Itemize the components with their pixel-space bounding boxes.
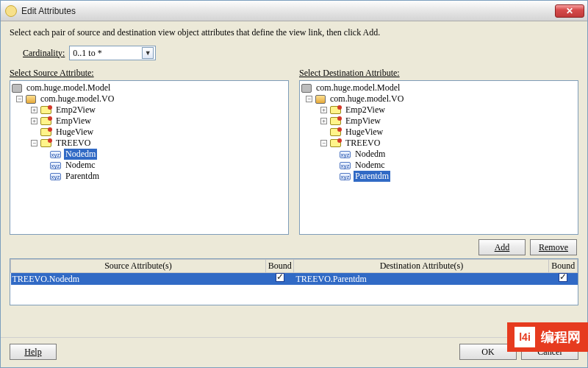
attribute-icon: xyz [340,173,351,180]
close-button[interactable]: ✕ [555,4,584,18]
attribute-icon: xyz [50,151,61,158]
attribute-icon: xyz [340,151,351,158]
model-icon [301,84,312,93]
tree-view[interactable]: HugeView [301,127,576,138]
collapse-icon[interactable]: − [306,96,312,102]
view-icon [330,139,341,147]
cardinality-row: Cardinality: 0..1 to * ▼ [10,46,578,60]
dialog-footer: Help OK Cancel [1,337,587,367]
app-icon [5,5,17,17]
view-icon [330,128,341,136]
attribute-icon: xyz [50,173,61,180]
collapse-icon[interactable]: − [16,96,23,102]
tree-pkg[interactable]: −com.huge.model.VO [301,93,576,105]
destination-pane: Select Destination Attribute: com.huge.m… [299,68,578,235]
view-icon [40,117,51,125]
cardinality-select[interactable]: 0..1 to * ▼ [69,46,156,60]
brand-text: 编程网 [541,328,581,346]
tree-view[interactable]: +Emp2View [12,105,287,116]
mapping-table[interactable]: Source Attribute(s) Bound Destination At… [10,258,578,305]
tree-attr[interactable]: xyzNodemc [301,160,576,171]
chevron-down-icon: ▼ [142,47,154,59]
dialog-content: Select each pair of source and destinati… [1,21,587,337]
view-icon [40,128,51,136]
view-icon [330,117,341,125]
brand-logo-icon: l4i [514,327,535,347]
watermark-branding: l4i 编程网 [507,322,588,352]
tree-attr[interactable]: xyzParentdm [12,171,287,182]
cell-bound-dst[interactable] [549,273,578,286]
tree-root[interactable]: com.huge.model.Model [301,82,576,93]
dialog-window: Edit Attributes ✕ Select each pair of so… [0,0,588,368]
instruction-text: Select each pair of source and destinati… [10,27,578,38]
source-selected-attr: Nodedm [64,149,97,160]
table-row[interactable]: TREEVO.Nodedm TREEVO.Parentdm [11,273,578,286]
tree-attr[interactable]: xyzNodedm [301,149,576,160]
destination-tree[interactable]: com.huge.model.Model −com.huge.model.VO … [299,80,578,235]
source-label: Select Source Attribute: [10,68,289,79]
model-icon [12,84,22,93]
checkbox-icon[interactable] [276,273,284,282]
tree-view[interactable]: +EmpView [12,116,287,127]
titlebar[interactable]: Edit Attributes ✕ [1,1,587,21]
cell-source-attr: TREEVO.Nodedm [11,273,266,286]
package-icon [315,95,326,104]
expand-icon[interactable]: + [31,107,37,113]
close-icon: ✕ [566,6,573,16]
attribute-icon: xyz [340,162,351,169]
col-bound-dst[interactable]: Bound [549,260,578,273]
view-icon [330,106,341,114]
col-source[interactable]: Source Attribute(s) [11,260,266,273]
package-icon [26,95,36,104]
tree-view-treevo[interactable]: −TREEVO [301,138,576,149]
tree-view[interactable]: +Emp2View [301,105,576,116]
view-icon [40,139,51,147]
col-destination[interactable]: Destination Attribute(s) [294,260,549,273]
view-icon [40,106,51,114]
tree-view-treevo[interactable]: −TREEVO [12,138,287,149]
cell-bound-src[interactable] [265,273,294,286]
collapse-icon[interactable]: − [320,140,327,146]
destination-selected-attr: Parentdm [354,171,390,182]
col-bound-src[interactable]: Bound [265,260,294,273]
expand-icon[interactable]: + [31,118,37,124]
remove-button[interactable]: Remove [530,239,577,255]
add-remove-row: Add Remove [10,239,578,255]
expand-icon[interactable]: + [320,107,327,113]
add-button[interactable]: Add [478,239,526,255]
collapse-icon[interactable]: − [31,140,37,146]
attribute-icon: xyz [50,162,61,169]
cell-destination-attr: TREEVO.Parentdm [294,273,549,286]
destination-label: Select Destination Attribute: [299,68,578,79]
tree-view[interactable]: +EmpView [301,116,576,127]
tree-view[interactable]: HugeView [12,127,287,138]
cardinality-value: 0..1 to * [73,48,139,59]
source-tree[interactable]: com.huge.model.Model −com.huge.model.VO … [10,80,289,235]
tree-attr[interactable]: xyzNodedm [12,149,287,160]
cardinality-label: Cardinality: [23,48,65,59]
checkbox-icon[interactable] [559,273,567,282]
expand-icon[interactable]: + [320,118,327,124]
help-button[interactable]: Help [10,344,57,360]
dialog-title: Edit Attributes [21,6,555,16]
tree-root[interactable]: com.huge.model.Model [12,82,287,93]
tree-attr[interactable]: xyzParentdm [301,171,576,182]
table-header-row: Source Attribute(s) Bound Destination At… [11,260,578,273]
tree-pkg[interactable]: −com.huge.model.VO [12,93,287,105]
tree-attr[interactable]: xyzNodemc [12,160,287,171]
source-pane: Select Source Attribute: com.huge.model.… [10,68,289,235]
